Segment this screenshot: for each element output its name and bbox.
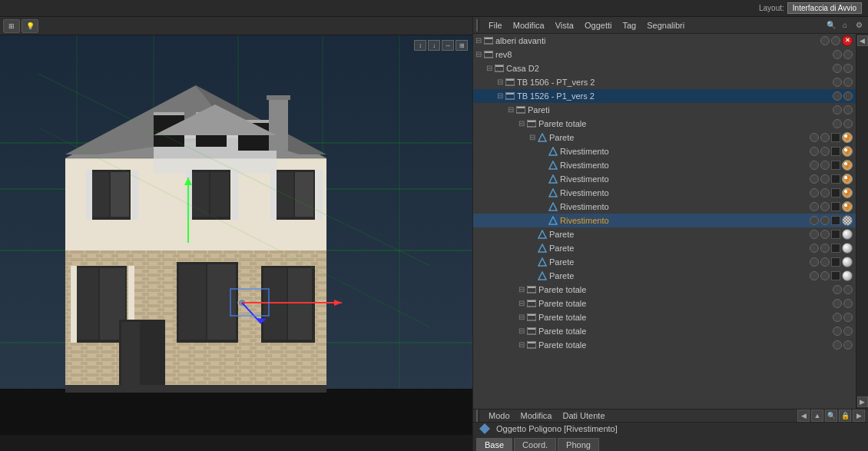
tree-row[interactable]: Rivestimento xyxy=(473,200,856,214)
tree-row[interactable]: ⊟Parete xyxy=(473,131,856,144)
lock-dot[interactable] xyxy=(843,299,853,308)
menu-segnalibri[interactable]: Segnalibri xyxy=(642,19,689,32)
menu-modifica[interactable]: Modifica xyxy=(509,19,549,32)
tree-row[interactable]: Parete xyxy=(473,241,856,255)
visibility-dot[interactable] xyxy=(810,174,819,184)
expand-icon[interactable]: ⊟ xyxy=(505,104,516,115)
vp-nav-grid[interactable]: ⊞ xyxy=(456,40,468,51)
tree-row[interactable]: Rivestimento xyxy=(473,214,856,227)
nav-up[interactable]: ▲ xyxy=(811,410,823,422)
material-slot[interactable] xyxy=(831,216,840,225)
tab-phong[interactable]: Phong xyxy=(558,438,599,451)
tree-row[interactable]: Rivestimento xyxy=(473,186,856,200)
lock-dot[interactable] xyxy=(820,202,830,211)
material-slot[interactable] xyxy=(831,257,840,267)
tree-row[interactable]: ⊟Pareti xyxy=(473,103,856,117)
nav-zoom[interactable]: 🔍 xyxy=(825,410,837,422)
home-icon[interactable]: ⌂ xyxy=(839,19,851,32)
lock-dot[interactable] xyxy=(820,244,830,253)
expand-icon[interactable]: ⊟ xyxy=(516,326,527,337)
expand-icon[interactable] xyxy=(538,160,548,171)
visibility-dot[interactable] xyxy=(810,161,819,170)
visibility-dot[interactable] xyxy=(833,285,842,294)
lock-dot[interactable] xyxy=(820,188,830,197)
vp-nav-up[interactable]: ↕ xyxy=(414,40,426,51)
expand-icon[interactable]: ⊟ xyxy=(484,63,495,74)
object-tree[interactable]: ⊟alberi davanti✕⊟rev8⊟Casa D2⊟TB 1506 - … xyxy=(473,34,856,409)
lock-dot[interactable] xyxy=(820,133,830,142)
expand-icon[interactable] xyxy=(538,174,548,184)
lock-dot[interactable] xyxy=(820,147,830,156)
nav-left[interactable]: ◀ xyxy=(797,410,810,422)
material-preview[interactable] xyxy=(842,243,853,254)
lock-dot[interactable] xyxy=(843,327,853,336)
visibility-dot[interactable] xyxy=(810,216,819,225)
expand-icon[interactable]: ⊟ xyxy=(495,91,505,101)
expand-icon[interactable] xyxy=(538,146,548,157)
expand-icon[interactable] xyxy=(538,215,548,226)
material-preview[interactable] xyxy=(842,187,853,198)
visibility-dot[interactable] xyxy=(810,244,819,253)
vp-nav-lr[interactable]: ↔ xyxy=(442,40,454,51)
expand-icon[interactable]: ⊟ xyxy=(473,35,484,46)
tree-row[interactable]: ⊟alberi davanti✕ xyxy=(473,34,856,48)
tree-row[interactable]: ⊟Parete totale xyxy=(473,338,856,352)
material-slot[interactable] xyxy=(831,188,840,197)
lock-dot[interactable] xyxy=(843,313,853,322)
lock-dot[interactable] xyxy=(820,216,830,225)
expand-icon[interactable]: ⊟ xyxy=(516,118,527,129)
menu-oggetti[interactable]: Oggetti xyxy=(580,19,616,32)
tree-row[interactable]: Parete xyxy=(473,255,856,269)
expand-icon[interactable] xyxy=(527,270,538,281)
tree-row[interactable]: ⊟Parete totale xyxy=(473,297,856,310)
material-slot[interactable] xyxy=(831,161,840,170)
visibility-dot[interactable] xyxy=(833,64,842,73)
expand-icon[interactable]: ⊟ xyxy=(516,340,527,350)
tree-row[interactable]: Parete xyxy=(473,269,856,283)
lock-dot[interactable] xyxy=(820,271,830,280)
tree-row[interactable]: ⊟Parete totale xyxy=(473,310,856,324)
material-slot[interactable] xyxy=(831,202,840,211)
material-preview[interactable] xyxy=(842,215,853,226)
bottom-modifica[interactable]: Modifica xyxy=(516,410,557,422)
visibility-dot[interactable] xyxy=(833,105,842,114)
visibility-dot[interactable] xyxy=(833,327,842,336)
tree-row[interactable]: ⊟TB 1506 - PT_vers 2 xyxy=(473,75,856,89)
expand-icon[interactable] xyxy=(538,201,548,212)
expand-icon[interactable]: ⊟ xyxy=(516,284,527,295)
visibility-dot[interactable] xyxy=(833,313,842,322)
lock-dot[interactable] xyxy=(843,105,853,114)
viewport-btn-light[interactable]: 💡 xyxy=(22,19,38,33)
menu-file[interactable]: File xyxy=(484,19,507,32)
material-preview[interactable] xyxy=(842,174,853,184)
nav-lock[interactable]: 🔒 xyxy=(839,410,851,422)
vp-nav-down[interactable]: ↓ xyxy=(428,40,440,51)
tree-row[interactable]: Parete xyxy=(473,227,856,241)
material-slot[interactable] xyxy=(831,230,840,239)
material-preview[interactable] xyxy=(842,132,853,143)
visibility-dot[interactable] xyxy=(810,133,819,142)
lock-dot[interactable] xyxy=(843,340,853,350)
tree-row[interactable]: ⊟Parete totale xyxy=(473,117,856,131)
tree-row[interactable]: ⊟Parete totale xyxy=(473,283,856,297)
material-slot[interactable] xyxy=(831,174,840,184)
viewport-btn-grid[interactable]: ⊞ xyxy=(3,19,20,33)
expand-icon[interactable] xyxy=(527,243,538,254)
visibility-dot[interactable] xyxy=(833,340,842,350)
expand-icon[interactable]: ⊟ xyxy=(527,132,538,143)
tree-row[interactable]: ⊟Casa D2 xyxy=(473,61,856,75)
tab-coord[interactable]: Coord. xyxy=(514,438,556,451)
expand-icon[interactable]: ⊟ xyxy=(516,312,527,323)
lock-dot[interactable] xyxy=(820,230,830,239)
material-slot[interactable] xyxy=(831,244,840,253)
expand-icon[interactable] xyxy=(527,257,538,267)
lock-dot[interactable] xyxy=(843,50,853,59)
tab-base[interactable]: Base xyxy=(476,438,512,451)
search-icon[interactable]: 🔍 xyxy=(825,19,837,32)
tree-row[interactable]: ⊟rev8 xyxy=(473,48,856,61)
visibility-dot[interactable] xyxy=(820,36,830,45)
lock-dot[interactable] xyxy=(831,36,840,45)
visibility-dot[interactable] xyxy=(833,91,842,101)
bottom-modo[interactable]: Modo xyxy=(484,410,515,422)
scroll-up[interactable]: ◀ xyxy=(857,35,868,46)
